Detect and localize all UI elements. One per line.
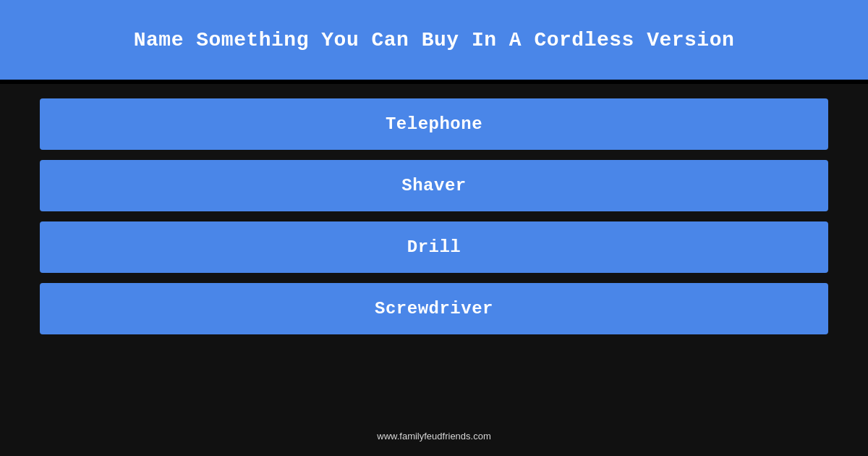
answer-text-4: Screwdriver [375,299,493,318]
answer-text-3: Drill [407,237,461,257]
answer-text-1: Telephone [386,114,482,134]
footer: www.familyfeudfriends.com [0,420,868,456]
answer-item-3[interactable]: Drill [40,221,828,273]
answer-item-1[interactable]: Telephone [40,98,828,150]
answer-text-2: Shaver [401,176,466,195]
footer-url: www.familyfeudfriends.com [377,431,491,442]
question-title: Name Something You Can Buy In A Cordless… [134,29,735,51]
answer-item-2[interactable]: Shaver [40,160,828,211]
question-header: Name Something You Can Buy In A Cordless… [0,0,868,80]
answers-container: TelephoneShaverDrillScrewdriver [0,84,868,420]
answer-item-4[interactable]: Screwdriver [40,283,828,334]
